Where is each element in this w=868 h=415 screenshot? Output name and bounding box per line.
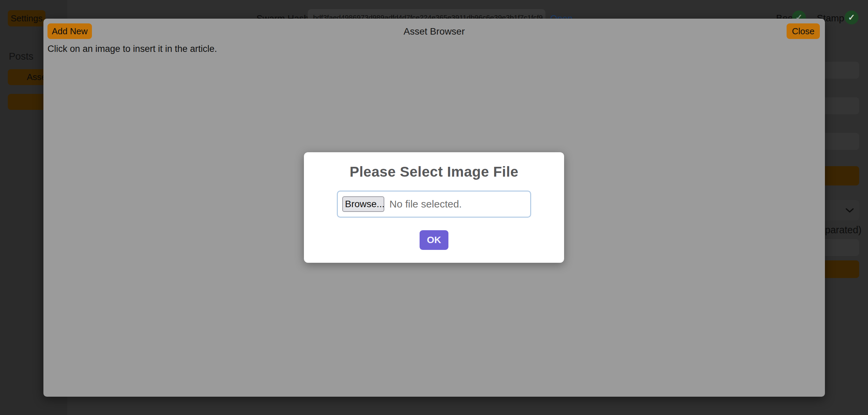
asset-browser-title: Asset Browser — [43, 26, 825, 37]
settings-button[interactable]: Settings — [8, 10, 45, 26]
file-select-dialog: Please Select Image File Browse... No fi… — [304, 152, 564, 263]
posts-heading: Posts — [9, 51, 34, 62]
file-input[interactable]: Browse... No file selected. — [337, 191, 531, 218]
file-status-text: No file selected. — [389, 198, 462, 210]
stamp-check-icon: ✓ — [845, 11, 859, 24]
ok-button[interactable]: OK — [420, 230, 448, 250]
browse-button[interactable]: Browse... — [342, 196, 384, 212]
instruction-text: Click on an image to insert it in the ar… — [47, 44, 217, 54]
dialog-title: Please Select Image File — [304, 164, 564, 180]
check-glyph: ✓ — [848, 13, 855, 22]
chevron-down-icon — [845, 208, 854, 214]
app-root: Settings Posts Assets Swarm Hash bdf3fae… — [0, 0, 868, 415]
close-button[interactable]: Close — [787, 23, 820, 39]
tags-label-fragment: parated) — [825, 224, 862, 236]
